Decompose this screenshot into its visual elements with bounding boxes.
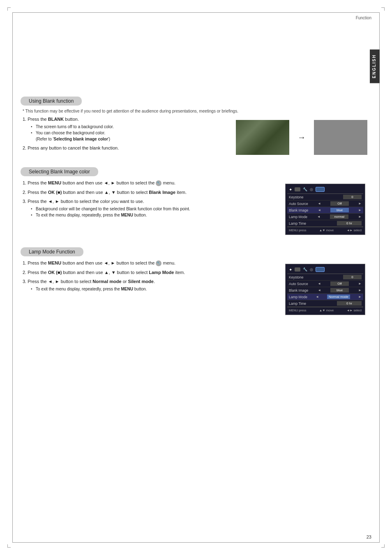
menu-icon-adjust-2: ✦ <box>289 267 292 272</box>
footer-select: ◄► select <box>346 228 362 232</box>
row-value: blue <box>330 208 349 212</box>
bullet-item: To exit the menu display, repeatedly, pr… <box>31 286 277 292</box>
menu-box-1: ✦ 🔧 ◎ Keystone 0 Auto Source ◄ Off <box>285 184 365 235</box>
right-arrow: ► <box>358 282 362 286</box>
menu-icon-2: 🔧 <box>303 187 307 191</box>
section-title-blank-image-color: Selecting Blank Image color <box>21 167 98 176</box>
menu-screenshot-1: ✦ 🔧 ◎ Keystone 0 Auto Source ◄ Off <box>285 180 367 235</box>
row-label: Auto Source <box>289 282 308 286</box>
menu-icon-3b: ◎ <box>310 267 313 272</box>
menu-screenshot-2: ✦ 🔧 ◎ Keystone 0 Auto Source ◄ Off <box>285 260 367 315</box>
s2-step-3-bullets: Background color will be changed to the … <box>31 206 277 218</box>
row-value: 0 <box>343 275 362 279</box>
language-tab: ENGLISH <box>370 49 380 83</box>
row-value: Off <box>330 281 349 286</box>
menu-icons-row-2: ✦ 🔧 ◎ <box>287 266 363 274</box>
section-title-blank-function: Using Blank function <box>21 97 82 106</box>
section-title-lamp-mode: Lamp Mode Function <box>21 247 83 256</box>
left-arrow: ◄ <box>318 288 321 292</box>
left-arrow: ◄ <box>318 282 321 286</box>
menu-row-lamptime-2: Lamp Time 0 hr <box>287 300 363 307</box>
menu-icon-1b <box>295 267 300 272</box>
blank-image-steps: 1. Press the MENU button and then use ◄,… <box>21 180 277 221</box>
row-label: Keystone <box>289 195 303 199</box>
menu-icon-3: ◎ <box>310 187 313 191</box>
corner-tl <box>7 7 11 11</box>
s3-step-2: 2. Press the OK (■) button and then use … <box>23 269 277 276</box>
menu-row-keystone: Keystone 0 <box>287 194 363 200</box>
left-arrow: ◄ <box>317 215 321 219</box>
s3-step-1: 1. Press the MENU button and then use ◄,… <box>23 260 277 267</box>
menu-icons-row: ✦ 🔧 ◎ <box>287 186 363 194</box>
blank-function-steps: 1. Press the BLANK button. The screen tu… <box>21 116 203 154</box>
bullet-item: Background color will be changed to the … <box>31 206 277 212</box>
blank-image-layout: 1. Press the MENU button and then use ◄,… <box>21 180 367 235</box>
row-value: 0 hr <box>337 221 362 226</box>
page-header: Function <box>356 16 371 20</box>
menu-row-autosource-2: Auto Source ◄ Off ► <box>287 281 363 287</box>
footer-select-2: ◄► select <box>346 309 362 312</box>
demo-source-image <box>236 120 289 155</box>
demo-image-content <box>236 120 289 155</box>
row-value: Off <box>330 201 349 206</box>
row-value: Normal mode <box>327 295 350 299</box>
s3-step-3-bullets: To exit the menu display, repeatedly, pr… <box>31 286 277 292</box>
row-label: Auto Source <box>289 202 308 206</box>
menu-row-autosource: Auto Source ◄ Off ► <box>287 200 363 207</box>
step-1: 1. Press the BLANK button. The screen tu… <box>23 116 203 142</box>
footer-move: ▲▼ move <box>319 228 334 232</box>
corner-tr <box>381 7 385 11</box>
menu-row-keystone-2: Keystone 0 <box>287 274 363 281</box>
lamp-mode-layout: 1. Press the MENU button and then use ◄,… <box>21 260 367 315</box>
row-label: Keystone <box>289 275 303 279</box>
menu-row-lamptime: Lamp Time 0 hr <box>287 220 363 227</box>
menu-row-lampmode-2: Lamp Mode ◄ Normal mode ► <box>287 294 363 300</box>
footer-move-2: ▲▼ move <box>319 309 334 312</box>
main-content: Using Blank function * This function may… <box>21 21 367 534</box>
section-blank-function: Using Blank function * This function may… <box>21 97 367 155</box>
menu-footer: MENU press ▲▼ move ◄► select <box>287 227 363 233</box>
row-label: Lamp Time <box>289 221 306 226</box>
row-label: Lamp Mode <box>289 215 307 219</box>
s2-step-1: 1. Press the MENU button and then use ◄,… <box>23 180 277 187</box>
border-top <box>12 12 380 13</box>
step-num: 1. Press the BLANK button. <box>23 117 79 122</box>
page-number: 23 <box>367 534 371 539</box>
arrow-icon: → <box>297 133 306 142</box>
row-value: 0 <box>343 195 362 199</box>
menu-icon-1 <box>295 187 300 191</box>
menu-icon-symbol: 🔧 <box>156 180 161 186</box>
section-note: * This function may be effective if you … <box>23 109 367 113</box>
right-arrow: ► <box>358 208 362 212</box>
row-label: Lamp Time <box>289 302 306 306</box>
step-1-bullets: The screen turns off to a background col… <box>31 124 203 142</box>
menu-row-lampmode: Lamp Mode ◄ normal ► <box>287 214 363 220</box>
bullet-item: You can choose the background color.(Ref… <box>31 130 203 142</box>
left-arrow: ◄ <box>318 208 321 212</box>
right-arrow: ► <box>358 288 362 292</box>
bullet-item: The screen turns off to a background col… <box>31 124 203 130</box>
blank-demo-images: → <box>236 120 367 155</box>
left-arrow: ◄ <box>316 295 319 299</box>
menu-box-2: ✦ 🔧 ◎ Keystone 0 Auto Source ◄ Off <box>285 264 365 315</box>
s2-step-2: 2. Press the OK (■) button and then use … <box>23 189 277 196</box>
border-bottom <box>12 542 380 543</box>
footer-menu: MENU press <box>289 228 307 232</box>
lamp-mode-steps: 1. Press the MENU button and then use ◄,… <box>21 260 277 295</box>
row-value: 0 hr <box>337 301 362 306</box>
menu-icon-adjust: ✦ <box>289 187 292 192</box>
row-value: blue <box>330 288 349 292</box>
border-left <box>12 12 13 543</box>
bullet-item: To exit the menu display, repeatedly, pr… <box>31 212 277 218</box>
menu-icon-active <box>316 187 325 192</box>
menu-row-blankimage: Blank Image ◄ blue ► <box>287 207 363 214</box>
section-lamp-mode: Lamp Mode Function 1. Press the MENU but… <box>21 247 367 315</box>
right-arrow: ► <box>358 215 362 219</box>
footer-menu-2: MENU press <box>289 309 307 312</box>
corner-br <box>381 544 385 548</box>
blank-function-layout: 1. Press the BLANK button. The screen tu… <box>21 116 367 155</box>
row-label: Lamp Mode <box>289 295 307 299</box>
row-label: Blank Image <box>289 208 308 212</box>
demo-blank-screen <box>314 120 367 155</box>
section-blank-image-color: Selecting Blank Image color 1. Press the… <box>21 167 367 235</box>
